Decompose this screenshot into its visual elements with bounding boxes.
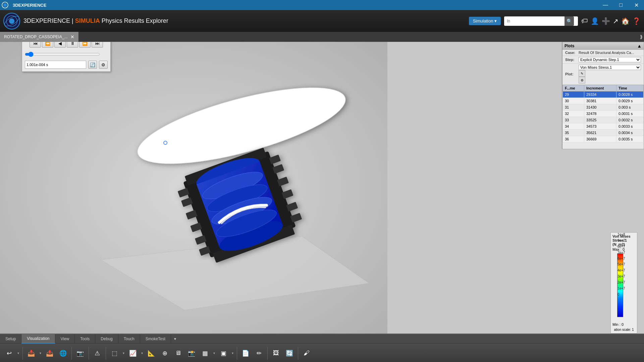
bottom-icons-bar: ↩ ▾ 📥 ▾ 📤 🌐 📷 ⚠ ⬚ ▾ 📈 ▾ 📐 ⊕ 🖥 📸 ▦ ▾ — [0, 344, 644, 362]
plots-plot-row: Plot: Von Mises Stress.1 ✎ ⚙ — [562, 64, 644, 85]
app-title-prefix: 3DEXPERIENCE | — [23, 17, 75, 24]
chart-arrow[interactable]: ▾ — [140, 347, 144, 360]
play-time-input[interactable]: 1.001e-004 s — [25, 61, 86, 69]
separator-4 — [106, 347, 106, 360]
separator-5 — [237, 347, 237, 360]
table-row[interactable]: 30 30381 0.0029 s — [563, 98, 644, 104]
legend-value-3: 7e+7 — [618, 251, 625, 254]
bottom-more-button[interactable]: ▾ — [171, 334, 179, 344]
plots-table-header-time[interactable]: Time — [616, 85, 644, 92]
svg-point-1 — [3, 3, 7, 7]
plots-settings-button[interactable]: ⚙ — [579, 77, 585, 83]
import-button[interactable]: 📥 — [25, 347, 38, 360]
probe-button[interactable]: ⊕ — [158, 347, 171, 360]
search-input[interactable] — [504, 19, 565, 23]
cursor-indicator — [163, 141, 167, 145]
app-title: 3DEXPERIENCE | SIMULIA Physics Results E… — [23, 17, 469, 24]
plots-step-value-container: Explicit Dynamic Step.1 — [579, 57, 641, 62]
layout-button[interactable]: ▣ — [217, 347, 230, 360]
display-button[interactable]: 🖥 — [172, 347, 184, 360]
legend-value-9: 1e+7 — [618, 287, 625, 290]
measure-button[interactable]: 📐 — [145, 347, 158, 360]
share-icon[interactable]: ↗ — [613, 17, 619, 25]
table-row[interactable]: 34 34573 0.0033 s — [563, 123, 644, 130]
plots-edit-button[interactable]: ✎ — [579, 70, 585, 77]
table-row[interactable]: 29 29334 0.0028 s — [563, 92, 644, 98]
brush-button[interactable]: 🖌 — [300, 347, 313, 360]
tab-expand-button[interactable]: ⟫ — [640, 34, 643, 40]
play-time-row: 1.001e-004 s 🔄 ⚙ — [22, 59, 110, 71]
warning-button[interactable]: ⚠ — [91, 347, 104, 360]
close-button[interactable]: ✕ — [629, 0, 644, 10]
home-icon[interactable]: 🏠 — [621, 17, 630, 25]
plots-table-container[interactable]: F...me Increment Time 29 29334 0.0028 s … — [562, 85, 644, 155]
undo-button[interactable]: ↩ — [3, 347, 15, 360]
table-row[interactable]: 33 33525 0.0032 s — [563, 117, 644, 123]
bottom-tab-view[interactable]: View — [55, 334, 75, 344]
import-arrow[interactable]: ▾ — [38, 347, 43, 360]
plots-toggle-button[interactable]: ▲ — [637, 43, 642, 49]
plots-plot-select[interactable]: Von Mises Stress.1 — [579, 65, 641, 70]
scale-text: ation scale: 1 — [612, 328, 635, 331]
tab-close-button[interactable]: ✕ — [70, 34, 74, 40]
maximize-button[interactable]: □ — [613, 0, 629, 10]
tab-rotated-drop[interactable]: ROTATED_DROP_CASSOPEIA_... ✕ — [0, 32, 79, 42]
table-cell-time: 0.0033 s — [616, 123, 644, 130]
plots-table-header-frame[interactable]: F...me — [563, 85, 584, 92]
doc-button[interactable]: 📄 — [239, 347, 252, 360]
table-cell-frame: 29 — [563, 92, 584, 98]
separator-1 — [22, 347, 23, 360]
earth-button[interactable]: 🌐 — [57, 347, 69, 360]
table-row[interactable]: 36 36669 0.0035 s — [563, 136, 644, 142]
table-cell-time: 0.0034 s — [616, 130, 644, 136]
help-icon[interactable]: ❓ — [632, 17, 641, 25]
main-viewport — [0, 42, 387, 337]
header-icons: 🏷 👤 ➕ ↗ 🏠 ❓ — [581, 17, 641, 25]
transfer-button[interactable]: 🔄 — [283, 347, 296, 360]
titlebar-controls[interactable]: — □ ✕ — [598, 0, 644, 10]
table-cell-time: 0.003 s — [616, 104, 644, 111]
play-settings-button[interactable]: ⚙ — [99, 61, 108, 69]
export-button[interactable]: 📤 — [43, 347, 56, 360]
play-slider[interactable] — [22, 50, 103, 59]
table-row[interactable]: 32 32478 0.0031 s — [563, 111, 644, 117]
grid-arrow[interactable]: ▾ — [212, 347, 216, 360]
photo-button[interactable]: 📷 — [74, 347, 87, 360]
chart-button[interactable]: 📈 — [126, 347, 139, 360]
plots-table-header-increment[interactable]: Increment — [584, 85, 616, 92]
table-row[interactable]: 31 31430 0.003 s — [563, 104, 644, 111]
bottom-tab-smoketest[interactable]: SmokeTest — [140, 334, 171, 344]
separator-3 — [89, 347, 89, 360]
table-row[interactable]: 35 35621 0.0034 s — [563, 130, 644, 136]
search-button[interactable]: 🔍 — [565, 16, 574, 26]
tag-icon[interactable]: 🏷 — [581, 17, 588, 25]
image-button[interactable]: 🖼 — [270, 347, 282, 360]
bottom-tab-tools[interactable]: Tools — [75, 334, 95, 344]
app-logo — [0, 0, 10, 10]
grid-button[interactable]: ▦ — [199, 347, 211, 360]
capture-button[interactable]: 📸 — [185, 347, 198, 360]
bottom-tab-setup[interactable]: Setup — [0, 334, 21, 344]
select-arrow[interactable]: ▾ — [121, 347, 126, 360]
bottom-tab-debug[interactable]: Debug — [95, 334, 118, 344]
bottom-tab-touch[interactable]: Touch — [118, 334, 140, 344]
bottom-tab-tools-label: Tools — [80, 337, 90, 341]
bottom-tab-visualization[interactable]: Visualization — [21, 334, 55, 344]
undo-arrow[interactable]: ▾ — [16, 347, 20, 360]
layout-arrow[interactable]: ▾ — [230, 347, 235, 360]
pen-button[interactable]: ✏ — [253, 347, 265, 360]
plots-table: F...me Increment Time 29 29334 0.0028 s … — [562, 85, 644, 142]
minimize-button[interactable]: — — [598, 0, 613, 10]
separator-6 — [267, 347, 268, 360]
app-title-brand: SIMULIA — [75, 17, 100, 24]
play-refresh-button[interactable]: 🔄 — [88, 61, 97, 69]
table-cell-increment: 32478 — [584, 111, 616, 117]
add-icon[interactable]: ➕ — [602, 17, 610, 25]
simulation-dropdown-button[interactable]: Simulation ▾ — [469, 17, 501, 25]
table-cell-time: 0.0031 s — [616, 111, 644, 117]
plots-step-select[interactable]: Explicit Dynamic Step.1 — [579, 57, 641, 62]
scene-container[interactable] — [0, 42, 387, 337]
play-progress-slider[interactable] — [25, 52, 100, 57]
user-icon[interactable]: 👤 — [591, 17, 599, 25]
select-button[interactable]: ⬚ — [108, 347, 121, 360]
